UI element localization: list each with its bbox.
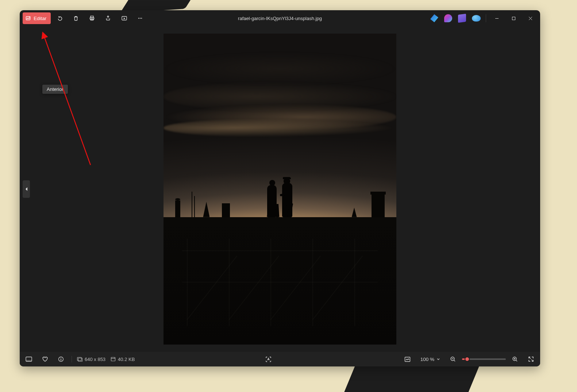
scan-text-button[interactable] xyxy=(263,354,274,365)
slideshow-icon xyxy=(121,15,127,22)
edit-label: Editar xyxy=(34,16,46,21)
svg-point-6 xyxy=(140,18,141,19)
svg-point-5 xyxy=(138,18,139,19)
window-title: rafael-garcin-IKsQpnYl3J4-unsplash.jpg xyxy=(238,16,322,21)
svg-point-13 xyxy=(61,358,61,358)
zoom-in-button[interactable] xyxy=(509,354,520,365)
onedrive-app-icon[interactable] xyxy=(472,15,481,22)
close-button[interactable] xyxy=(522,10,539,26)
chevron-down-icon xyxy=(436,357,440,361)
print-button[interactable] xyxy=(85,12,99,24)
minimize-icon xyxy=(495,16,499,20)
svg-rect-11 xyxy=(26,360,32,361)
photos-app-window: Editar xyxy=(20,10,540,366)
fullscreen-icon xyxy=(528,356,534,362)
svg-rect-8 xyxy=(512,17,515,20)
file-size: 40.2 KB xyxy=(111,357,135,362)
svg-line-9 xyxy=(44,36,91,165)
slideshow-button[interactable] xyxy=(117,12,131,24)
fit-icon xyxy=(404,357,411,362)
more-icon xyxy=(137,15,143,21)
info-icon xyxy=(58,356,64,362)
separator xyxy=(72,356,72,362)
titlebar: Editar xyxy=(20,10,540,26)
file-info-button[interactable] xyxy=(55,354,66,365)
rotate-button[interactable] xyxy=(53,12,67,24)
image-viewport: Anterior xyxy=(20,26,540,352)
edit-button[interactable]: Editar xyxy=(23,12,51,24)
maximize-icon xyxy=(512,16,516,20)
svg-rect-15 xyxy=(78,358,82,361)
trash-icon xyxy=(73,15,79,21)
heart-icon xyxy=(42,356,48,362)
favorite-button[interactable] xyxy=(39,354,50,365)
separator xyxy=(486,14,486,22)
zoom-out-button[interactable] xyxy=(447,354,458,365)
photos-legacy-app-icon[interactable] xyxy=(458,14,466,23)
svg-rect-18 xyxy=(405,357,410,361)
filmstrip-icon xyxy=(26,357,32,362)
share-button[interactable] xyxy=(101,12,115,24)
more-button[interactable] xyxy=(133,12,147,24)
dimensions-value: 640 x 853 xyxy=(85,357,105,362)
filmstrip-toggle-button[interactable] xyxy=(23,354,34,365)
edit-icon xyxy=(26,15,31,21)
zoom-slider-thumb[interactable] xyxy=(465,357,470,362)
zoom-in-icon xyxy=(512,356,518,362)
previous-tooltip: Anterior xyxy=(42,85,68,94)
rotate-icon xyxy=(57,15,63,22)
delete-button[interactable] xyxy=(69,12,83,24)
maximize-button[interactable] xyxy=(505,10,522,26)
svg-point-17 xyxy=(114,358,115,358)
close-icon xyxy=(528,16,532,20)
previous-image-button[interactable] xyxy=(23,180,30,198)
dimensions-icon xyxy=(77,357,82,362)
annotation-arrow xyxy=(20,26,129,172)
zoom-out-icon xyxy=(450,356,456,362)
share-icon xyxy=(105,15,111,21)
minimize-button[interactable] xyxy=(488,10,505,26)
print-icon xyxy=(89,15,95,21)
svg-rect-14 xyxy=(77,357,81,361)
fit-to-window-button[interactable] xyxy=(402,354,413,365)
image-dimensions: 640 x 853 xyxy=(77,357,105,362)
filesize-value: 40.2 KB xyxy=(118,357,135,362)
svg-point-7 xyxy=(141,18,142,19)
clipchamp-app-icon[interactable] xyxy=(444,14,452,22)
zoom-percent-dropdown[interactable]: 100 % xyxy=(418,355,442,364)
statusbar: 640 x 853 40.2 KB xyxy=(20,352,540,366)
chevron-left-icon xyxy=(25,187,28,191)
designer-app-icon[interactable] xyxy=(430,14,438,22)
fullscreen-button[interactable] xyxy=(526,354,536,365)
scan-text-icon xyxy=(265,356,272,362)
displayed-image xyxy=(164,34,396,345)
zoom-slider[interactable] xyxy=(462,358,506,360)
zoom-value: 100 % xyxy=(420,357,434,362)
disk-icon xyxy=(111,357,116,362)
